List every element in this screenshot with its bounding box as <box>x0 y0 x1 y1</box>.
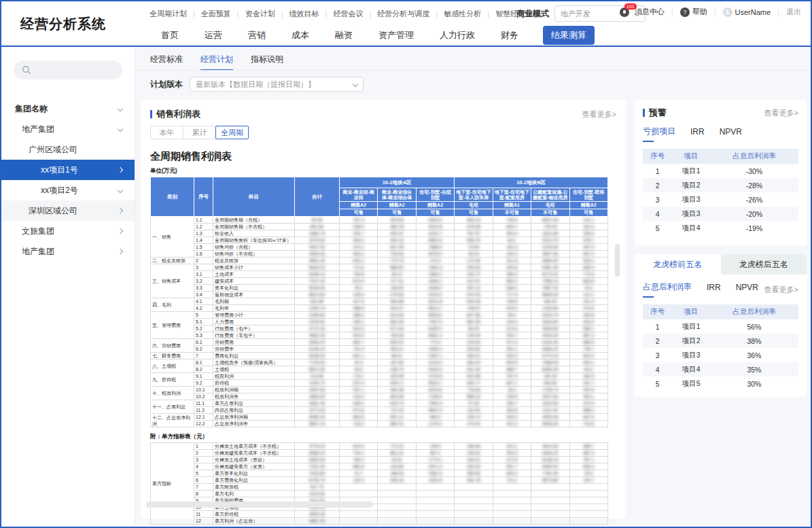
masked-value-cell: 704.1 <box>340 450 378 457</box>
masked-value-cell: 7108.5 <box>416 393 454 400</box>
spec-header: 精装A2 <box>569 202 607 209</box>
bell-icon[interactable]: 100 <box>620 7 632 17</box>
tree-node-1[interactable]: 集团名称 <box>1 99 135 119</box>
warning-tab-NPVR[interactable]: NPVR <box>720 127 742 141</box>
masked-value-cell: 5643.20 <box>295 264 340 271</box>
menu-item-资产管理[interactable]: 资产管理 <box>377 26 415 45</box>
period-tab-累计[interactable]: 累计 <box>183 126 216 139</box>
masked-value-cell: 716.8 <box>569 421 607 427</box>
warning-tab-亏损项目[interactable]: 亏损项目 <box>643 126 675 142</box>
masked-value-cell: 4689.40 <box>531 258 569 264</box>
row-no-cell: 1.6 <box>194 251 213 258</box>
masked-value-cell: 174.34 <box>455 258 493 264</box>
mini-cell: -30% <box>710 164 798 178</box>
tree-node-label: 文旅集团 <box>22 226 54 237</box>
menu-item-营销[interactable]: 营销 <box>247 26 267 45</box>
masked-value-cell: 451.1 <box>493 346 531 353</box>
plan-version-row: 计划版本 最新版本【数据日期（提报日期）】 <box>150 77 364 92</box>
tree-node-4[interactable]: xx项目1号 <box>1 160 135 180</box>
masked-value-cell: 120.9 <box>340 477 378 484</box>
menu-item-成本[interactable]: 成本 <box>290 26 311 45</box>
table-row: 三、销售成本3销售成本小计5643.20711.6858.921062.3253… <box>151 264 608 271</box>
top-link-4[interactable]: 绩效目标 <box>289 9 319 19</box>
ranking-more-link[interactable]: 查看更多> <box>764 285 798 295</box>
table-row: 3分摊后土地成本（票据）6360.00783.330.611779.1325.2… <box>151 457 608 463</box>
tree-node-2[interactable]: 地产集团 <box>1 119 135 139</box>
row-no-cell: 3.4 <box>194 292 213 298</box>
top-link-7[interactable]: 敏感性分析 <box>444 9 481 19</box>
tree-node-6[interactable]: 深圳区域公司 <box>1 200 135 221</box>
ranking-subtab-IRR[interactable]: IRR <box>707 283 721 297</box>
empty-cell <box>416 518 454 525</box>
empty-cell <box>340 511 378 518</box>
table-row: 1.3租金收入1683.70315.7462.976102.7757.57904… <box>151 230 608 237</box>
subject-cell: 税前利润 <box>213 373 295 380</box>
ranking-subtab-NPVR[interactable]: NPVR <box>736 283 758 297</box>
menu-item-人力行政[interactable]: 人力行政 <box>438 26 476 45</box>
tree-node-7[interactable]: 文旅集团 <box>1 221 135 241</box>
menu-item-结果测算[interactable]: 结果测算 <box>543 26 595 45</box>
mini-cell: -20% <box>710 207 798 221</box>
category-cell: 七、财务费用 <box>151 353 194 359</box>
subject-cell: 单方毛利 <box>213 491 295 497</box>
table-row: 6单方费用化利息8735.70120.9268.184154.8562.7871… <box>151 477 608 484</box>
masked-value-cell: 7686.5 <box>416 244 454 251</box>
username-link[interactable]: UserName <box>735 8 771 16</box>
top-link-3[interactable]: 资金计划 <box>245 9 275 19</box>
top-link-5[interactable]: 经营会议 <box>333 9 363 19</box>
menu-item-融资[interactable]: 融资 <box>334 26 354 45</box>
masked-value-cell: 3267.50 <box>295 244 340 251</box>
top-link-1[interactable]: 全周期计划 <box>149 9 187 19</box>
tab-指标说明[interactable]: 指标说明 <box>251 54 283 71</box>
message-center-link[interactable]: 消息中心 <box>635 7 665 17</box>
masked-value-cell: 109.80 <box>378 463 416 470</box>
masked-value-cell: 682.7 <box>340 339 378 346</box>
warning-more-link[interactable]: 查看更多> <box>764 108 798 118</box>
top-link-6[interactable]: 经营分析与调度 <box>377 9 429 19</box>
menu-item-首页[interactable]: 首页 <box>160 26 180 45</box>
ranking-tab-龙虎榜后五名[interactable]: 龙虎榜后五名 <box>721 254 807 275</box>
list-item: 5项目530% <box>643 376 798 391</box>
menu-item-财务[interactable]: 财务 <box>499 26 520 45</box>
masked-value-cell: 196.50 <box>378 285 416 292</box>
help-link[interactable]: 帮助 <box>692 7 707 17</box>
masked-value-cell: 49.2 <box>340 285 378 292</box>
menu-item-运营[interactable]: 运营 <box>203 26 224 45</box>
warning-tab-IRR[interactable]: IRR <box>690 127 705 141</box>
masked-value-cell: 807.86 <box>455 312 493 319</box>
masked-value-cell: 6198.10 <box>531 457 569 463</box>
masked-value-cell: 3105.60 <box>531 244 569 251</box>
table-vertical-scrollbar[interactable] <box>615 244 620 277</box>
category-cell: 六、营销费用 <box>151 339 194 353</box>
masked-value-cell: 484.3 <box>416 414 454 421</box>
empty-cell <box>455 497 493 504</box>
table-row: 7单方附加税527.70 <box>151 484 608 491</box>
masked-value-cell: 163.3 <box>493 244 531 251</box>
masked-value-cell: 750.83 <box>378 332 416 339</box>
masked-value-cell: 1735.70 <box>531 387 569 393</box>
table-horizontal-scrollbar[interactable] <box>146 501 373 508</box>
masked-value-cell: 263.8 <box>493 407 531 414</box>
period-tab-全周期[interactable]: 全周期 <box>215 126 249 139</box>
search-input[interactable] <box>14 60 122 80</box>
masked-value-cell: 891.80 <box>295 224 340 230</box>
logout-link[interactable]: 退出 <box>786 7 801 17</box>
table-row: 1.6销售均价（不含税）4059.40553.2700.548478.495.1… <box>151 251 608 258</box>
tab-经营计划[interactable]: 经营计划 <box>200 54 233 71</box>
masked-value-cell: 162.5 <box>569 373 607 380</box>
tree-node-label: 地产集团 <box>22 124 54 135</box>
masked-value-cell: 642.74 <box>378 400 416 407</box>
period-tab-本年[interactable]: 本年 <box>150 126 183 139</box>
ranking-subtab-占息后利润率[interactable]: 占息后利润率 <box>643 281 692 298</box>
profit-more-link[interactable]: 查看更多> <box>582 109 616 120</box>
masked-value-cell: 268.18 <box>378 477 416 484</box>
ranking-tab-龙虎榜前五名[interactable]: 龙虎榜前五名 <box>635 254 721 275</box>
tab-经营标准[interactable]: 经营标准 <box>150 54 183 71</box>
tree-node-5[interactable]: xx项目2号 <box>1 180 135 200</box>
plan-version-select[interactable]: 最新版本【数据日期（提报日期）】 <box>190 77 364 92</box>
section-title: 销售利润表 <box>150 108 200 120</box>
chevron-right-icon <box>118 167 123 173</box>
tree-node-8[interactable]: 地产集团 <box>1 241 135 262</box>
tree-node-3[interactable]: 广州区域公司 <box>1 139 135 160</box>
top-link-2[interactable]: 全面预算 <box>201 9 231 19</box>
